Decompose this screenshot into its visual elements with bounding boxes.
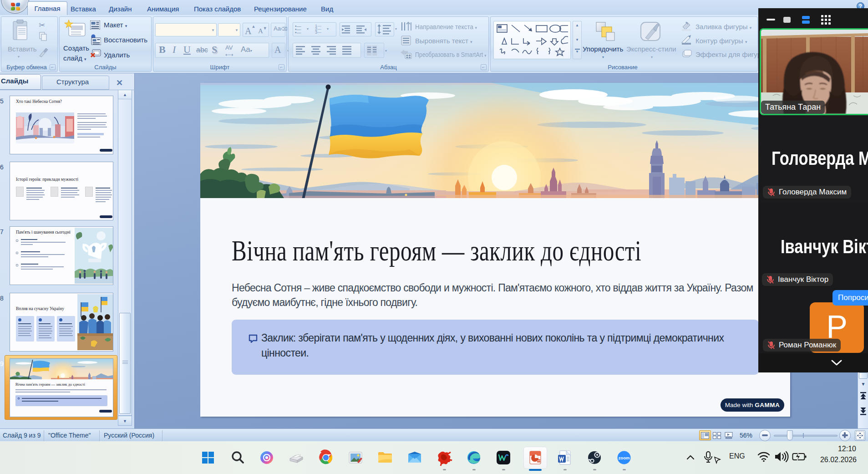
svg-text:zoom: zoom: [619, 455, 630, 460]
